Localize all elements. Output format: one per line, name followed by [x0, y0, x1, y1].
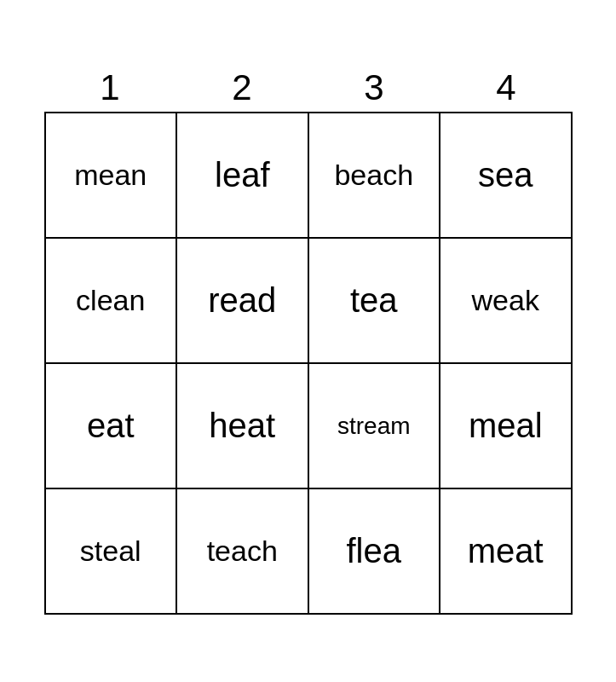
grid: meanleafbeachseacleanreadteaweakeatheats… [44, 112, 573, 615]
grid-cell-r4-c4[interactable]: meat [440, 489, 571, 613]
grid-cell-r3-c4[interactable]: meal [440, 364, 571, 488]
grid-cell-r3-c1[interactable]: eat [46, 364, 178, 488]
grid-cell-r2-c1[interactable]: clean [46, 239, 178, 362]
grid-cell-r3-c2[interactable]: heat [177, 364, 309, 488]
grid-row-3: eatheatstreammeal [46, 364, 571, 489]
grid-cell-r4-c1[interactable]: steal [46, 489, 178, 613]
grid-cell-r2-c2[interactable]: read [177, 239, 309, 362]
col-header-1: 1 [44, 67, 176, 108]
grid-cell-r1-c3[interactable]: beach [309, 113, 441, 237]
grid-row-1: meanleafbeachsea [46, 113, 571, 239]
grid-cell-r4-c2[interactable]: teach [177, 489, 309, 613]
grid-cell-r1-c1[interactable]: mean [46, 113, 178, 237]
grid-row-2: cleanreadteaweak [46, 239, 571, 364]
col-header-3: 3 [308, 67, 440, 108]
grid-cell-r1-c2[interactable]: leaf [177, 113, 309, 237]
col-header-2: 2 [176, 67, 308, 108]
grid-cell-r3-c3[interactable]: stream [309, 364, 441, 488]
grid-cell-r1-c4[interactable]: sea [440, 113, 571, 237]
grid-cell-r2-c3[interactable]: tea [309, 239, 441, 362]
grid-row-4: stealteachfleameat [46, 489, 571, 613]
column-headers: 1234 [44, 67, 573, 108]
grid-cell-r2-c4[interactable]: weak [440, 239, 571, 362]
bingo-card: 1234 meanleafbeachseacleanreadteaweakeat… [44, 67, 573, 615]
grid-cell-r4-c3[interactable]: flea [309, 489, 441, 613]
col-header-4: 4 [440, 67, 573, 108]
